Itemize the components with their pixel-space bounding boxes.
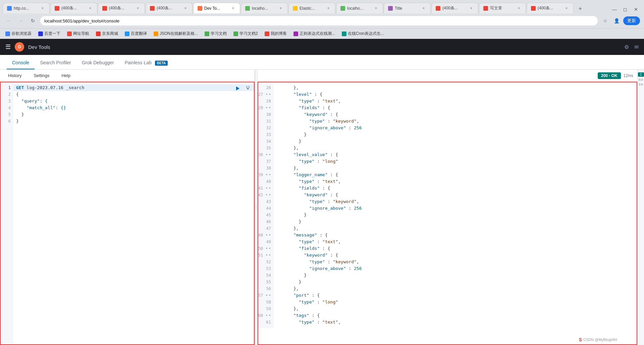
resp-lnum-45: 45 (258, 212, 274, 218)
line-num-5: 5 (0, 111, 13, 118)
resp-line-51: "keyword" : { (274, 252, 637, 259)
tab-6-favicon (245, 6, 250, 11)
response-time: 12ms (624, 73, 633, 78)
resp-line-50: "fields" : { (274, 245, 637, 252)
tab-12[interactable]: (400条... × (527, 3, 574, 13)
menu-help[interactable]: Help (59, 72, 73, 79)
resp-line-31: "type" : "keyword", (274, 118, 637, 125)
run-button[interactable] (234, 84, 242, 92)
response-area[interactable]: 26 27 • 28 29 • 30 31 32 33 34 35 36 • 3… (258, 82, 637, 345)
tab-2-favicon (55, 6, 59, 11)
tab-11-close[interactable]: × (516, 6, 522, 11)
tab-3-close[interactable]: × (135, 6, 141, 11)
tab-7-label: Elastic... (300, 6, 324, 11)
tab-5[interactable]: Dev To... × (193, 3, 240, 13)
tab-painless-lab[interactable]: Painless Lab BETA (119, 57, 173, 69)
bookmark-docs1[interactable]: 学习文档 (202, 30, 229, 38)
kibana-app: ☰ D Dev Tools ⚙ ✉ Console Search Profile… (0, 39, 644, 345)
menu-history[interactable]: History (5, 72, 24, 79)
editor-panel: History Settings Help 1 2 3 4 5 6 (0, 70, 255, 345)
tab-3-favicon (102, 6, 107, 11)
new-tab-button[interactable]: + (576, 4, 585, 13)
editor-area[interactable]: 1 2 3 4 5 6 GET log-2023.07.16 _search {… (0, 82, 255, 345)
maximize-button[interactable]: ◻ (621, 5, 629, 13)
code-line-6: } (13, 118, 255, 125)
bookmark-icon (5, 31, 10, 36)
bookmark-icon (205, 31, 209, 36)
tab-6-close[interactable]: × (278, 6, 283, 11)
bookmark-nav[interactable]: 网址导航 (64, 30, 92, 38)
bookmark-blog[interactable]: 我的博客 (262, 30, 289, 38)
panel-resize-handle[interactable]: ⋮ (255, 70, 258, 345)
resp-line-40: "type" : "text", (274, 178, 637, 185)
bookmark-json[interactable]: JSON在线解析及格... (151, 30, 201, 38)
bookmark-regex[interactable]: 正则表达式在线测... (291, 30, 338, 38)
tab-7-close[interactable]: × (326, 6, 331, 11)
update-button[interactable]: 更新 (623, 16, 640, 25)
tab-3[interactable]: (400条... × (98, 3, 145, 13)
tab-11-favicon (483, 6, 488, 11)
reload-button[interactable]: ↻ (28, 16, 38, 25)
resp-lnum-55: 55 (258, 279, 274, 285)
tab-4-close[interactable]: × (183, 6, 188, 11)
resp-lnum-61: 61 (258, 319, 274, 326)
tab-1-close[interactable]: × (40, 6, 45, 11)
response-code: }, "level" : { "type" : "text", "fields"… (274, 82, 637, 328)
bookmark-cron[interactable]: 在线Cron表达式生... (339, 30, 387, 38)
code-line-2: { (13, 91, 255, 98)
settings-icon[interactable]: ⚙ (624, 44, 629, 50)
resp-lnum-47: 47 (258, 225, 274, 232)
bookmark-jd[interactable]: 京东商城 (93, 30, 121, 38)
resp-line-52: "type" : "keyword", (274, 259, 637, 265)
tab-9-close[interactable]: × (421, 6, 426, 11)
tab-1[interactable]: http.co... × (3, 3, 50, 13)
tab-9[interactable]: Title × (384, 3, 431, 13)
address-actions: ☆ 👤 更新 (600, 16, 640, 25)
resp-line-47: }, (274, 225, 637, 232)
status-badge: 200 - OK (598, 72, 621, 79)
resp-lnum-27: 27 • (258, 91, 274, 98)
forward-button[interactable]: → (16, 16, 25, 25)
resp-line-58: "type" : "long" (274, 299, 637, 305)
csdn-logo: S (579, 337, 582, 342)
resp-line-38: }, (274, 165, 637, 171)
tab-7[interactable]: Elastic... × (288, 3, 335, 13)
bookmark-baidu[interactable]: 百度一下 (36, 30, 63, 38)
line-num-3: 3 (0, 98, 13, 105)
tab-5-close[interactable]: × (230, 6, 236, 11)
tab-console[interactable]: Console (7, 57, 35, 69)
back-button[interactable]: ← (4, 16, 13, 25)
hamburger-menu[interactable]: ☰ (5, 43, 11, 51)
resp-line-32: "ignore_above" : 256 (274, 125, 637, 131)
tab-8[interactable]: localho... × (336, 3, 383, 13)
url-input[interactable] (40, 16, 598, 25)
resp-lnum-49: 49 (258, 238, 274, 245)
menu-settings[interactable]: Settings (31, 72, 52, 79)
resp-line-46: } (274, 218, 637, 225)
bookmark-docs2[interactable]: 学习文档2 (231, 30, 261, 38)
resp-lnum-48: 48 • (258, 232, 274, 238)
editor-toolbar (234, 84, 252, 92)
tab-10-close[interactable]: × (469, 6, 474, 11)
bookmark-google-chrome[interactable]: 谷歌浏览器 (3, 30, 34, 38)
tab-12-close[interactable]: × (564, 6, 569, 11)
tab-10[interactable]: (400条... × (431, 3, 478, 13)
topbar-actions: ⚙ ✉ (624, 44, 639, 50)
profile-button[interactable]: 👤 (612, 16, 621, 25)
tab-2-close[interactable]: × (88, 6, 93, 11)
mail-icon[interactable]: ✉ (634, 44, 639, 50)
bookmark-button[interactable]: ☆ (600, 16, 610, 25)
close-button[interactable]: ✕ (632, 5, 640, 13)
tab-6[interactable]: localho... × (241, 3, 288, 13)
bookmark-translate[interactable]: 百度翻译 (122, 30, 150, 38)
tab-8-close[interactable]: × (373, 6, 379, 11)
tab-11[interactable]: 写文章 × (479, 3, 526, 13)
tab-2[interactable]: (400条... × (50, 3, 97, 13)
minimize-button[interactable]: — (610, 5, 619, 13)
tab-search-profiler[interactable]: Search Profiler (35, 57, 76, 69)
tab-4[interactable]: (400条... × (146, 3, 193, 13)
resp-line-44: "ignore_above" : 256 (274, 205, 637, 212)
wrench-button[interactable] (244, 84, 252, 92)
tab-grok-debugger[interactable]: Grok Debugger (76, 57, 119, 69)
code-editor[interactable]: GET log-2023.07.16 _search { "query": { … (13, 82, 255, 345)
